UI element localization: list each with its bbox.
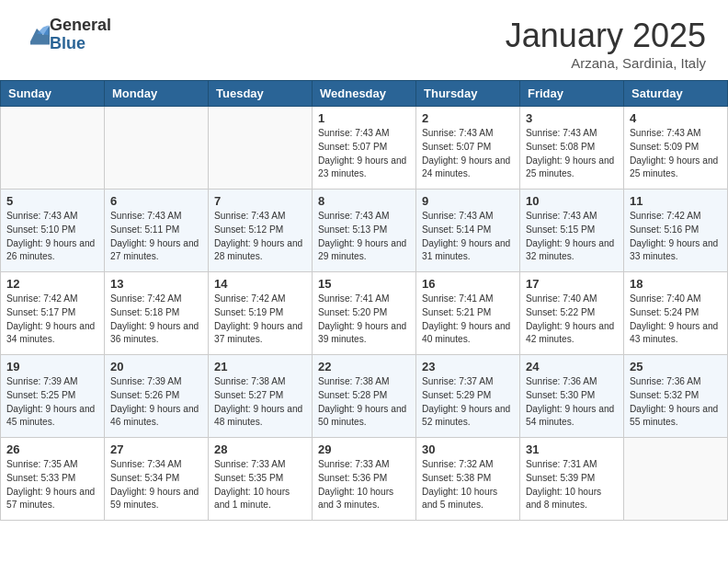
day-number: 8: [318, 194, 410, 208]
day-info: Sunrise: 7:36 AM Sunset: 5:30 PM Dayligh…: [526, 375, 618, 430]
week-row-3: 12Sunrise: 7:42 AM Sunset: 5:17 PM Dayli…: [1, 272, 728, 355]
title-block: January 2025 Arzana, Sardinia, Italy: [506, 17, 706, 71]
day-header-thursday: Thursday: [416, 81, 520, 107]
calendar-table: SundayMondayTuesdayWednesdayThursdayFrid…: [0, 80, 728, 521]
logo-text: General Blue: [50, 17, 111, 53]
day-info: Sunrise: 7:43 AM Sunset: 5:15 PM Dayligh…: [526, 210, 618, 264]
day-info: Sunrise: 7:39 AM Sunset: 5:26 PM Dayligh…: [110, 375, 202, 430]
day-info: Sunrise: 7:43 AM Sunset: 5:13 PM Dayligh…: [318, 210, 410, 264]
day-header-saturday: Saturday: [624, 81, 728, 107]
day-info: Sunrise: 7:43 AM Sunset: 5:09 PM Dayligh…: [630, 127, 722, 181]
week-row-1: 1Sunrise: 7:43 AM Sunset: 5:07 PM Daylig…: [1, 107, 728, 190]
calendar-cell: 11Sunrise: 7:42 AM Sunset: 5:16 PM Dayli…: [624, 190, 728, 272]
calendar-cell: 14Sunrise: 7:42 AM Sunset: 5:19 PM Dayli…: [209, 272, 313, 355]
day-header-tuesday: Tuesday: [209, 81, 313, 107]
day-info: Sunrise: 7:40 AM Sunset: 5:24 PM Dayligh…: [630, 293, 722, 347]
day-info: Sunrise: 7:41 AM Sunset: 5:21 PM Dayligh…: [422, 293, 514, 347]
day-headers-row: SundayMondayTuesdayWednesdayThursdayFrid…: [1, 81, 728, 107]
day-info: Sunrise: 7:36 AM Sunset: 5:32 PM Dayligh…: [630, 375, 722, 430]
calendar-cell: 12Sunrise: 7:42 AM Sunset: 5:17 PM Dayli…: [1, 272, 105, 355]
day-info: Sunrise: 7:39 AM Sunset: 5:25 PM Dayligh…: [6, 375, 98, 430]
day-info: Sunrise: 7:38 AM Sunset: 5:27 PM Dayligh…: [214, 375, 306, 430]
week-row-5: 26Sunrise: 7:35 AM Sunset: 5:33 PM Dayli…: [1, 438, 728, 521]
calendar-cell: 30Sunrise: 7:32 AM Sunset: 5:38 PM Dayli…: [416, 438, 520, 521]
logo-blue-text: Blue: [50, 35, 111, 53]
calendar-cell: 21Sunrise: 7:38 AM Sunset: 5:27 PM Dayli…: [209, 355, 313, 438]
calendar-cell: [209, 107, 313, 190]
calendar-cell: [1, 107, 105, 190]
calendar-cell: 22Sunrise: 7:38 AM Sunset: 5:28 PM Dayli…: [313, 355, 416, 438]
day-info: Sunrise: 7:42 AM Sunset: 5:19 PM Dayligh…: [214, 293, 306, 347]
logo: General Blue: [22, 17, 111, 53]
day-header-monday: Monday: [105, 81, 209, 107]
calendar-cell: 13Sunrise: 7:42 AM Sunset: 5:18 PM Dayli…: [105, 272, 209, 355]
day-number: 28: [214, 442, 306, 456]
day-number: 16: [422, 277, 514, 291]
calendar-cell: 20Sunrise: 7:39 AM Sunset: 5:26 PM Dayli…: [105, 355, 209, 438]
calendar-cell: 9Sunrise: 7:43 AM Sunset: 5:14 PM Daylig…: [416, 190, 520, 272]
day-info: Sunrise: 7:42 AM Sunset: 5:16 PM Dayligh…: [630, 210, 722, 264]
day-number: 17: [526, 277, 618, 291]
day-number: 22: [318, 360, 410, 373]
calendar-subtitle: Arzana, Sardinia, Italy: [506, 55, 706, 71]
day-info: Sunrise: 7:38 AM Sunset: 5:28 PM Dayligh…: [318, 375, 410, 430]
calendar-cell: 16Sunrise: 7:41 AM Sunset: 5:21 PM Dayli…: [416, 272, 520, 355]
calendar-cell: 2Sunrise: 7:43 AM Sunset: 5:07 PM Daylig…: [416, 107, 520, 190]
calendar-cell: 10Sunrise: 7:43 AM Sunset: 5:15 PM Dayli…: [520, 190, 624, 272]
day-number: 19: [6, 360, 98, 373]
calendar-cell: 18Sunrise: 7:40 AM Sunset: 5:24 PM Dayli…: [624, 272, 728, 355]
day-header-friday: Friday: [520, 81, 624, 107]
calendar-cell: 28Sunrise: 7:33 AM Sunset: 5:35 PM Dayli…: [209, 438, 313, 521]
day-number: 14: [214, 277, 306, 291]
calendar-cell: 27Sunrise: 7:34 AM Sunset: 5:34 PM Dayli…: [105, 438, 209, 521]
day-info: Sunrise: 7:35 AM Sunset: 5:33 PM Dayligh…: [6, 458, 98, 512]
calendar-page: General Blue January 2025 Arzana, Sardin…: [0, 0, 728, 521]
day-number: 1: [318, 111, 410, 125]
day-info: Sunrise: 7:43 AM Sunset: 5:14 PM Dayligh…: [422, 210, 514, 264]
day-number: 23: [422, 360, 514, 373]
calendar-cell: 23Sunrise: 7:37 AM Sunset: 5:29 PM Dayli…: [416, 355, 520, 438]
day-number: 9: [422, 194, 514, 208]
day-number: 20: [110, 360, 202, 373]
week-row-2: 5Sunrise: 7:43 AM Sunset: 5:10 PM Daylig…: [1, 190, 728, 272]
day-info: Sunrise: 7:42 AM Sunset: 5:18 PM Dayligh…: [110, 293, 202, 347]
calendar-cell: 19Sunrise: 7:39 AM Sunset: 5:25 PM Dayli…: [1, 355, 105, 438]
day-info: Sunrise: 7:43 AM Sunset: 5:12 PM Dayligh…: [214, 210, 306, 264]
calendar-cell: 4Sunrise: 7:43 AM Sunset: 5:09 PM Daylig…: [624, 107, 728, 190]
calendar-cell: 8Sunrise: 7:43 AM Sunset: 5:13 PM Daylig…: [313, 190, 416, 272]
logo-icon: [24, 22, 50, 48]
day-number: 27: [110, 442, 202, 456]
day-info: Sunrise: 7:33 AM Sunset: 5:35 PM Dayligh…: [214, 458, 306, 512]
day-header-wednesday: Wednesday: [313, 81, 416, 107]
day-number: 12: [6, 277, 98, 291]
calendar-cell: 5Sunrise: 7:43 AM Sunset: 5:10 PM Daylig…: [1, 190, 105, 272]
calendar-cell: 25Sunrise: 7:36 AM Sunset: 5:32 PM Dayli…: [624, 355, 728, 438]
day-info: Sunrise: 7:37 AM Sunset: 5:29 PM Dayligh…: [422, 375, 514, 430]
day-number: 10: [526, 194, 618, 208]
day-number: 24: [526, 360, 618, 373]
calendar-cell: 31Sunrise: 7:31 AM Sunset: 5:39 PM Dayli…: [520, 438, 624, 521]
calendar-cell: 15Sunrise: 7:41 AM Sunset: 5:20 PM Dayli…: [313, 272, 416, 355]
day-number: 7: [214, 194, 306, 208]
calendar-cell: 1Sunrise: 7:43 AM Sunset: 5:07 PM Daylig…: [313, 107, 416, 190]
calendar-cell: 17Sunrise: 7:40 AM Sunset: 5:22 PM Dayli…: [520, 272, 624, 355]
day-number: 4: [630, 111, 722, 125]
calendar-cell: [105, 107, 209, 190]
svg-marker-1: [37, 25, 49, 35]
calendar-cell: [624, 438, 728, 521]
calendar-cell: 7Sunrise: 7:43 AM Sunset: 5:12 PM Daylig…: [209, 190, 313, 272]
day-info: Sunrise: 7:43 AM Sunset: 5:07 PM Dayligh…: [318, 127, 410, 181]
day-info: Sunrise: 7:40 AM Sunset: 5:22 PM Dayligh…: [526, 293, 618, 347]
header: General Blue January 2025 Arzana, Sardin…: [0, 0, 728, 80]
calendar-title: January 2025: [506, 17, 706, 55]
calendar-body: 1Sunrise: 7:43 AM Sunset: 5:07 PM Daylig…: [1, 107, 728, 521]
day-info: Sunrise: 7:41 AM Sunset: 5:20 PM Dayligh…: [318, 293, 410, 347]
week-row-4: 19Sunrise: 7:39 AM Sunset: 5:25 PM Dayli…: [1, 355, 728, 438]
day-info: Sunrise: 7:43 AM Sunset: 5:10 PM Dayligh…: [6, 210, 98, 264]
day-number: 11: [630, 194, 722, 208]
calendar-cell: 6Sunrise: 7:43 AM Sunset: 5:11 PM Daylig…: [105, 190, 209, 272]
calendar-cell: 29Sunrise: 7:33 AM Sunset: 5:36 PM Dayli…: [313, 438, 416, 521]
day-number: 6: [110, 194, 202, 208]
day-number: 5: [6, 194, 98, 208]
day-number: 29: [318, 442, 410, 456]
